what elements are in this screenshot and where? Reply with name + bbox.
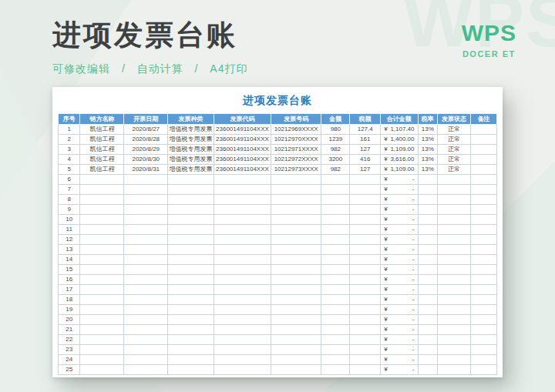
cell: 正常 [438, 125, 471, 135]
cell-total-amount: ¥- [381, 265, 418, 275]
cell [168, 235, 214, 245]
cell: 10212970XXXX [271, 135, 321, 145]
cell: 17 [59, 285, 80, 295]
page-header: 进项发票台账 可修改编辑 / 自动计算 / A4打印 [52, 20, 247, 76]
cell: 14 [59, 255, 80, 265]
cell: 10212973XXXX [271, 165, 321, 175]
cell: 凯信工程 [80, 135, 124, 145]
cell [214, 335, 271, 345]
cell [80, 255, 124, 265]
cell: 2020/8/30 [124, 155, 168, 165]
cell-total-amount: ¥- [381, 195, 418, 205]
cell: 18 [59, 295, 80, 305]
cell [438, 255, 471, 265]
cell [80, 305, 124, 315]
total-value: - [412, 246, 415, 253]
cell-total-amount: ¥3,616.00 [381, 155, 418, 165]
cell [80, 215, 124, 225]
table-row: 14¥- [59, 255, 497, 265]
cell: 8 [59, 195, 80, 205]
cell: 凯信工程 [80, 155, 124, 165]
cell [80, 265, 124, 275]
cell [350, 175, 381, 185]
cell [271, 285, 321, 295]
cell: 正常 [438, 145, 471, 155]
cell [470, 205, 496, 215]
column-header-date: 开票日期 [124, 114, 168, 125]
cell [214, 205, 271, 215]
cell [214, 175, 271, 185]
cell [321, 185, 350, 195]
table-row: 11¥- [59, 225, 497, 235]
total-value: - [412, 297, 415, 303]
cell [438, 175, 471, 185]
cell [470, 245, 496, 255]
cell [350, 265, 381, 275]
cell [80, 285, 124, 295]
cell: 236001491104XXX [214, 155, 271, 165]
cell: 2020/8/31 [124, 165, 168, 175]
cell [168, 225, 214, 235]
cell: 10212971XXXX [271, 145, 321, 155]
cell: 7 [59, 185, 80, 195]
currency-symbol: ¥ [384, 216, 387, 223]
cell: 13% [418, 135, 438, 145]
cell [438, 305, 471, 315]
cell [124, 215, 168, 225]
cell [168, 195, 214, 205]
cell [271, 355, 321, 365]
cell-total-amount: ¥- [381, 185, 418, 195]
cell [168, 255, 214, 265]
cell [470, 185, 496, 195]
cell: 增值税专用发票 [168, 145, 214, 155]
column-header-invoice-type: 发票种类 [168, 114, 214, 125]
cell [214, 285, 271, 295]
cell [124, 285, 168, 295]
column-header-note: 备注 [470, 114, 496, 125]
cell [80, 225, 124, 235]
cell [321, 195, 350, 205]
cell [350, 295, 381, 305]
cell: 236001491104XXX [214, 125, 271, 135]
cell [214, 295, 271, 305]
cell-total-amount: ¥- [381, 275, 418, 285]
docer-et-label: DOCER ET [462, 49, 516, 59]
cell [350, 345, 381, 355]
table-row: 15¥- [59, 265, 497, 275]
currency-symbol: ¥ [384, 246, 387, 253]
cell: 16 [59, 275, 80, 285]
currency-symbol: ¥ [384, 176, 387, 183]
cell: 10212969XXXX [271, 125, 321, 135]
cell: 正常 [438, 165, 471, 175]
cell [168, 205, 214, 215]
total-value: - [412, 327, 415, 333]
cell [214, 215, 271, 225]
total-value: - [412, 176, 415, 183]
cell [271, 255, 321, 265]
cell [168, 185, 214, 195]
cell [470, 125, 496, 135]
subtitle-separator: / [122, 62, 126, 75]
cell: 凯信工程 [80, 165, 124, 175]
spreadsheet-card: 进项发票台账 序号 销方名称 开票日期 发票种类 发票代码 发票号码 金额 税额 [52, 87, 503, 377]
cell [470, 175, 496, 185]
cell [214, 225, 271, 235]
subtitle-feature-editable: 可修改编辑 [52, 62, 110, 75]
cell [418, 355, 438, 365]
cell [418, 325, 438, 335]
cell [321, 265, 350, 275]
table-row: 2凯信工程2020/8/28增值税专用发票236001491104XXX1021… [59, 135, 497, 145]
cell [271, 345, 321, 355]
currency-symbol: ¥ [384, 297, 387, 303]
cell [80, 195, 124, 205]
subtitle-separator: / [195, 62, 199, 75]
cell: 416 [350, 155, 381, 165]
page-subtitle: 可修改编辑 / 自动计算 / A4打印 [52, 62, 247, 76]
cell [214, 185, 271, 195]
cell [214, 315, 271, 325]
table-row: 5凯信工程2020/8/31增值税专用发票236001491104XXX1021… [59, 165, 497, 175]
currency-symbol: ¥ [384, 266, 387, 273]
cell: 161 [350, 135, 381, 145]
cell [418, 215, 438, 225]
cell [438, 195, 471, 205]
